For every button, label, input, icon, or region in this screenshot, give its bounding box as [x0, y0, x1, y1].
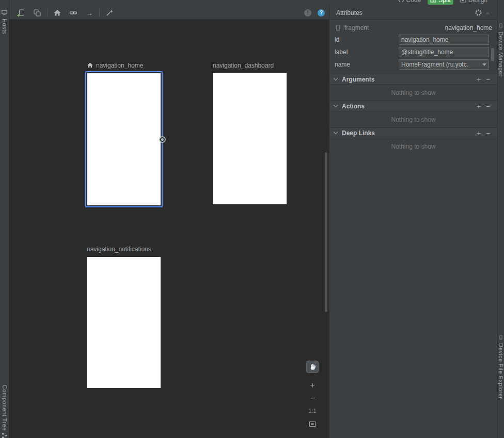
name-combobox[interactable]: HomeFragment (ru.yotc.	[399, 59, 489, 70]
attributes-panel: Attributes − fragment navigation_home id…	[329, 6, 497, 438]
action-arrow-icon[interactable]: →	[85, 8, 94, 18]
start-destination-home-icon[interactable]	[53, 8, 62, 18]
toolbar-separator	[47, 9, 48, 17]
device-manager-label: Device Manager	[498, 31, 504, 76]
design-icon	[460, 0, 466, 3]
tab-split[interactable]: Split	[428, 0, 453, 5]
fragment-name-label: navigation_home	[96, 62, 143, 69]
component-type-label: fragment	[344, 24, 369, 31]
zoom-to-fit-button[interactable]	[308, 420, 317, 428]
fragment-header-navigation-notifications[interactable]: navigation_notifications	[87, 245, 151, 253]
hide-panel-minus-icon[interactable]: −	[483, 8, 492, 18]
field-row-name: name HomeFragment (ru.yotc.	[329, 58, 497, 71]
help-icon[interactable]: ?	[318, 9, 325, 17]
tool-button-component-tree[interactable]: Component Tree	[0, 385, 9, 438]
hosts-label: Hosts	[2, 19, 8, 35]
zoom-to-fit-icon	[308, 420, 317, 428]
zoom-out-button[interactable]: −	[308, 394, 317, 402]
fragment-header-navigation-dashboard[interactable]: navigation_dashboard	[213, 61, 274, 69]
actions-empty-text: Nothing to show	[329, 111, 497, 127]
action-connection-handle[interactable]	[159, 136, 166, 143]
attributes-title: Attributes	[336, 9, 363, 17]
remove-action-button[interactable]: −	[483, 103, 493, 110]
section-header-actions[interactable]: Actions + −	[329, 101, 497, 111]
tab-code-label: Code	[406, 0, 421, 4]
name-combobox-value: HomeFragment (ru.yotc.	[401, 61, 480, 68]
device-file-explorer-icon	[498, 334, 503, 340]
section-title: Arguments	[342, 76, 374, 83]
arguments-empty-text: Nothing to show	[329, 85, 497, 101]
editor-mode-tabs: Code Split Design	[396, 0, 490, 6]
id-field[interactable]	[399, 35, 489, 45]
label-field[interactable]	[399, 47, 489, 57]
section-title: Deep Links	[342, 129, 375, 137]
component-id-value: navigation_home	[445, 24, 492, 31]
chevron-down-icon	[334, 76, 338, 80]
tab-code[interactable]: Code	[396, 0, 424, 5]
fragment-preview-navigation-notifications[interactable]	[87, 257, 161, 388]
chevron-down-icon	[334, 130, 338, 134]
section-header-deep-links[interactable]: Deep Links + −	[329, 127, 497, 138]
tab-design-label: Design	[468, 0, 487, 4]
hand-icon	[309, 363, 317, 371]
home-icon	[87, 62, 93, 69]
add-action-button[interactable]: +	[474, 103, 483, 110]
tab-split-label: Split	[438, 0, 450, 4]
new-destination-icon[interactable]	[17, 8, 26, 18]
nested-graph-icon[interactable]	[33, 8, 42, 18]
zoom-in-button[interactable]: +	[308, 381, 317, 390]
component-summary-row: fragment navigation_home	[329, 22, 497, 34]
chevron-down-icon	[482, 63, 486, 66]
add-deep-link-button[interactable]: +	[474, 129, 483, 137]
remove-deep-link-button[interactable]: −	[483, 129, 493, 137]
field-row-id: id	[329, 34, 497, 46]
id-field-label: id	[335, 36, 399, 43]
field-row-label: label	[329, 46, 497, 58]
fragment-name-label: navigation_notifications	[87, 246, 151, 253]
remove-argument-button[interactable]: −	[483, 76, 493, 83]
component-tree-label: Component Tree	[2, 385, 8, 431]
fragment-header-navigation-home[interactable]: navigation_home	[87, 61, 143, 69]
attribute-sections: Arguments + − Nothing to show Actions + …	[329, 74, 497, 154]
error-indicator-icon[interactable]: !	[304, 9, 311, 17]
tool-button-hosts[interactable]: Hosts	[0, 9, 9, 35]
attributes-panel-header: Attributes −	[329, 6, 497, 20]
deep-links-empty-text: Nothing to show	[329, 138, 497, 154]
design-toolbar: → ! ?	[9, 6, 329, 20]
section-title: Actions	[342, 103, 365, 110]
zoom-ratio-button[interactable]: 1:1	[306, 408, 319, 414]
design-surface[interactable]: navigation_home navigation_dashboard nav…	[9, 20, 329, 438]
right-tool-strip: Device Manager Device File Explorer	[497, 0, 504, 438]
fragment-icon	[335, 24, 341, 31]
fragment-name-label: navigation_dashboard	[213, 62, 274, 69]
editor-tab-bar: Code Split Design	[9, 0, 497, 6]
code-icon	[398, 0, 404, 3]
device-file-explorer-label: Device File Explorer	[498, 343, 504, 399]
hosts-icon	[1, 9, 8, 16]
gear-icon[interactable]	[474, 8, 483, 18]
tool-button-device-file-explorer[interactable]: Device File Explorer	[498, 334, 504, 399]
device-manager-icon	[498, 23, 503, 29]
toolbar-separator	[99, 9, 100, 17]
chevron-down-icon	[334, 103, 338, 107]
fragment-preview-surface	[87, 73, 161, 205]
component-tree-icon	[2, 433, 8, 438]
android-studio-navigation-editor: Code Split Design Hosts Component Tree	[0, 0, 504, 438]
split-icon	[430, 0, 436, 3]
left-tool-strip: Hosts Component Tree	[0, 0, 9, 438]
deep-link-icon[interactable]	[69, 8, 78, 18]
fragment-preview-navigation-dashboard[interactable]	[213, 73, 287, 204]
auto-arrange-icon[interactable]	[105, 8, 114, 18]
canvas-scrollbar[interactable]	[325, 152, 327, 312]
fragment-preview-navigation-home[interactable]	[85, 71, 163, 207]
tab-design[interactable]: Design	[458, 0, 490, 5]
panel-scrollbar-thumb[interactable]	[491, 48, 494, 61]
label-field-label: label	[335, 48, 399, 56]
section-header-arguments[interactable]: Arguments + −	[329, 74, 497, 85]
name-field-label: name	[335, 61, 399, 68]
pan-tool-button[interactable]	[306, 361, 319, 373]
add-argument-button[interactable]: +	[474, 76, 483, 83]
tool-button-device-manager[interactable]: Device Manager	[498, 23, 504, 76]
